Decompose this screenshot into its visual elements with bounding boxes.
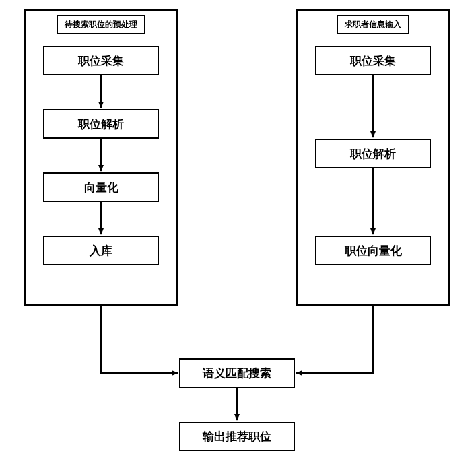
node-r2: 职位解析 (315, 139, 431, 168)
node-l1: 职位采集 (43, 46, 159, 75)
node-r1: 职位采集 (315, 46, 431, 75)
arrow-right-group-to-match (296, 306, 373, 373)
node-semantic-match: 语义匹配搜索 (179, 358, 295, 388)
group-left-title: 待搜索职位的预处理 (57, 15, 145, 34)
node-l2: 职位解析 (43, 109, 159, 139)
node-l4: 入库 (43, 236, 159, 265)
node-output-recommend: 输出推荐职位 (179, 422, 295, 451)
group-right-title: 求职者信息输入 (337, 15, 409, 34)
arrow-left-group-to-match (101, 306, 178, 373)
node-r3: 职位向量化 (315, 236, 431, 265)
flowchart-canvas: 待搜索职位的预处理 求职者信息输入 职位采集 职位解析 向量化 入库 职位采集 … (0, 0, 476, 466)
node-l3: 向量化 (43, 172, 159, 202)
